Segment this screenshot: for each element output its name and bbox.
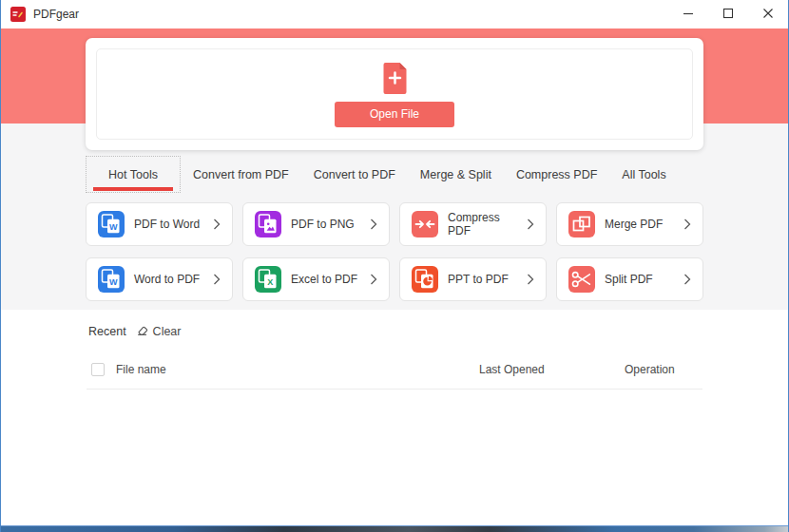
tool-label: Word to PDF	[134, 273, 203, 286]
chevron-right-icon	[683, 218, 691, 230]
tab-label: Convert to PDF	[314, 168, 395, 181]
tab-merge-split[interactable]: Merge & Split	[408, 156, 504, 193]
tools-grid: WPDF to WordPDF to PNGCompress PDFMerge …	[86, 202, 703, 301]
tool-merge-pdf[interactable]: Merge PDF	[556, 202, 703, 246]
chevron-right-icon	[527, 274, 534, 285]
tool-pdf-to-word[interactable]: WPDF to Word	[86, 202, 233, 246]
recent-section: Recent Clear File name Last Opened Opera…	[1, 310, 788, 525]
chevron-right-icon	[213, 218, 221, 230]
tab-convert-from-pdf[interactable]: Convert from PDF	[181, 156, 301, 193]
title-left: PDFgear	[10, 7, 79, 22]
maximize-button[interactable]	[708, 0, 748, 28]
tool-ppt-to-pdf[interactable]: PPT to PDF	[399, 257, 547, 301]
tab-convert-to-pdf[interactable]: Convert to PDF	[301, 156, 408, 193]
chevron-right-icon	[370, 274, 377, 285]
open-file-button[interactable]: Open File	[335, 102, 454, 127]
word-to-pdf-icon: W	[98, 266, 125, 293]
tool-word-to-pdf[interactable]: WWord to PDF	[86, 257, 233, 301]
minimize-button[interactable]	[668, 0, 708, 28]
close-button[interactable]	[748, 0, 788, 28]
pdf-to-png-icon	[255, 211, 281, 238]
tool-label: Merge PDF	[605, 218, 674, 231]
taskbar-strip	[1, 525, 788, 532]
tool-label: PDF to Word	[134, 218, 203, 231]
dropzone[interactable]: Open File	[86, 38, 703, 150]
add-file-icon	[381, 62, 409, 95]
top-section: Open File Hot ToolsConvert from PDFConve…	[1, 28, 788, 310]
tab-all-tools[interactable]: All Tools	[609, 156, 678, 193]
recent-title: Recent	[88, 325, 126, 338]
column-file-name: File name	[116, 363, 479, 376]
pdfgear-window: PDFgear Open File Hot ToolsConvert from …	[1, 0, 788, 532]
tab-label: Convert from PDF	[193, 168, 289, 181]
tab-label: All Tools	[622, 168, 665, 181]
tabs: Hot ToolsConvert from PDFConvert to PDFM…	[86, 156, 703, 193]
tool-excel-to-pdf[interactable]: XExcel to PDF	[242, 257, 390, 301]
window-controls	[668, 0, 788, 28]
chevron-right-icon	[527, 218, 534, 230]
tab-label: Merge & Split	[420, 168, 491, 181]
column-last-opened: Last Opened	[479, 363, 625, 376]
chevron-right-icon	[213, 274, 221, 285]
tab-hot-tools[interactable]: Hot Tools	[86, 156, 181, 193]
compress-pdf-icon	[412, 211, 438, 238]
tool-label: Excel to PDF	[291, 273, 360, 286]
tab-label: Compress PDF	[516, 168, 597, 181]
excel-to-pdf-icon: X	[255, 266, 281, 293]
chevron-right-icon	[370, 218, 377, 230]
tab-label: Hot Tools	[108, 168, 158, 181]
dropzone-inner: Open File	[96, 48, 693, 140]
svg-text:X: X	[267, 277, 273, 287]
ppt-to-pdf-icon	[412, 266, 438, 293]
tool-label: Split PDF	[605, 273, 674, 286]
minimize-icon	[683, 8, 694, 22]
tool-split-pdf[interactable]: Split PDF	[556, 257, 703, 301]
pdf-to-word-icon: W	[98, 211, 125, 238]
clear-icon	[135, 323, 149, 340]
close-icon	[762, 8, 774, 22]
clear-label: Clear	[153, 325, 182, 338]
tool-label: PPT to PDF	[448, 273, 517, 286]
active-tab-underline	[93, 187, 173, 191]
svg-text:W: W	[109, 222, 118, 232]
svg-text:W: W	[109, 277, 118, 287]
merge-pdf-icon	[568, 211, 595, 238]
window-title: PDFgear	[33, 8, 79, 21]
select-all-checkbox[interactable]	[91, 363, 105, 376]
chevron-right-icon	[683, 274, 691, 285]
tool-label: Compress PDF	[448, 211, 517, 238]
clear-recent-button[interactable]: Clear	[135, 323, 182, 340]
recent-header: Recent Clear	[88, 323, 702, 340]
recent-table-header: File name Last Opened Operation	[87, 363, 702, 390]
tool-pdf-to-png[interactable]: PDF to PNG	[242, 202, 390, 246]
maximize-icon	[722, 8, 734, 22]
pdfgear-logo-icon	[10, 7, 26, 22]
tool-label: PDF to PNG	[291, 218, 360, 231]
titlebar: PDFgear	[1, 0, 788, 28]
split-pdf-icon	[568, 266, 595, 293]
column-operation: Operation	[625, 363, 702, 376]
recent-table-body	[87, 390, 702, 484]
tool-compress-pdf[interactable]: Compress PDF	[399, 202, 547, 246]
tab-compress-pdf[interactable]: Compress PDF	[504, 156, 609, 193]
